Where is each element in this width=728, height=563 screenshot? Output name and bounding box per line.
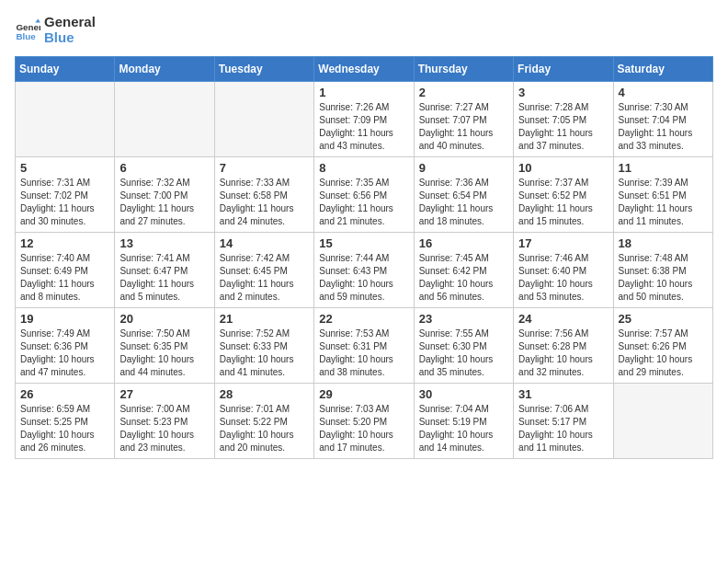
calendar-cell: 26Sunrise: 6:59 AM Sunset: 5:25 PM Dayli…: [16, 384, 115, 459]
day-info: Sunrise: 7:44 AM Sunset: 6:43 PM Dayligh…: [319, 252, 408, 304]
day-number: 7: [220, 161, 309, 175]
day-info: Sunrise: 7:53 AM Sunset: 6:31 PM Dayligh…: [319, 327, 408, 379]
day-number: 30: [419, 387, 508, 401]
calendar-cell: 2Sunrise: 7:27 AM Sunset: 7:07 PM Daylig…: [414, 82, 513, 157]
day-info: Sunrise: 7:06 AM Sunset: 5:17 PM Dayligh…: [518, 403, 608, 454]
day-info: Sunrise: 7:48 AM Sunset: 6:38 PM Dayligh…: [619, 252, 708, 304]
day-info: Sunrise: 7:46 AM Sunset: 6:40 PM Dayligh…: [518, 252, 608, 304]
day-number: 24: [518, 312, 608, 326]
logo: General Blue General Blue: [15, 15, 96, 45]
day-info: Sunrise: 7:45 AM Sunset: 6:42 PM Dayligh…: [419, 252, 508, 304]
calendar-cell: 12Sunrise: 7:40 AM Sunset: 6:49 PM Dayli…: [16, 233, 115, 308]
day-number: 31: [518, 387, 608, 401]
svg-marker-2: [35, 18, 40, 22]
calendar-cell: 15Sunrise: 7:44 AM Sunset: 6:43 PM Dayli…: [314, 233, 414, 308]
day-number: 20: [119, 312, 209, 326]
day-number: 2: [419, 86, 508, 99]
day-number: 27: [119, 387, 209, 401]
day-number: 18: [619, 236, 708, 250]
calendar-cell: 8Sunrise: 7:35 AM Sunset: 6:56 PM Daylig…: [314, 157, 414, 233]
day-number: 26: [20, 387, 109, 401]
day-info: Sunrise: 7:36 AM Sunset: 6:54 PM Dayligh…: [419, 177, 508, 228]
day-info: Sunrise: 7:56 AM Sunset: 6:28 PM Dayligh…: [518, 327, 608, 379]
calendar-cell: 28Sunrise: 7:01 AM Sunset: 5:22 PM Dayli…: [214, 384, 313, 459]
day-number: 9: [419, 161, 508, 175]
calendar-cell: 3Sunrise: 7:28 AM Sunset: 7:05 PM Daylig…: [514, 82, 613, 157]
day-info: Sunrise: 7:39 AM Sunset: 6:51 PM Dayligh…: [619, 177, 708, 228]
calendar-header-row: SundayMondayTuesdayWednesdayThursdayFrid…: [16, 57, 713, 82]
day-header-thursday: Thursday: [414, 57, 513, 82]
day-info: Sunrise: 7:27 AM Sunset: 7:07 PM Dayligh…: [419, 101, 508, 153]
calendar-cell: [16, 82, 115, 157]
calendar-table: SundayMondayTuesdayWednesdayThursdayFrid…: [15, 56, 713, 459]
calendar-cell: 19Sunrise: 7:49 AM Sunset: 6:36 PM Dayli…: [16, 308, 115, 384]
day-header-friday: Friday: [514, 57, 613, 82]
calendar-cell: 23Sunrise: 7:55 AM Sunset: 6:30 PM Dayli…: [414, 308, 513, 384]
day-number: 4: [619, 86, 708, 99]
day-number: 3: [518, 86, 608, 99]
calendar-cell: 16Sunrise: 7:45 AM Sunset: 6:42 PM Dayli…: [414, 233, 513, 308]
logo-general: General: [44, 15, 96, 30]
page-header: General Blue General Blue: [15, 15, 713, 45]
day-header-sunday: Sunday: [16, 57, 115, 82]
day-info: Sunrise: 7:55 AM Sunset: 6:30 PM Dayligh…: [419, 327, 508, 379]
day-number: 5: [20, 161, 109, 175]
calendar-week-4: 19Sunrise: 7:49 AM Sunset: 6:36 PM Dayli…: [16, 308, 713, 384]
day-number: 23: [419, 312, 508, 326]
calendar-cell: 1Sunrise: 7:26 AM Sunset: 7:09 PM Daylig…: [314, 82, 414, 157]
calendar-cell: 31Sunrise: 7:06 AM Sunset: 5:17 PM Dayli…: [514, 384, 613, 459]
calendar-cell: 11Sunrise: 7:39 AM Sunset: 6:51 PM Dayli…: [613, 157, 712, 233]
calendar-cell: 21Sunrise: 7:52 AM Sunset: 6:33 PM Dayli…: [214, 308, 313, 384]
day-info: Sunrise: 7:28 AM Sunset: 7:05 PM Dayligh…: [518, 101, 608, 153]
day-info: Sunrise: 7:49 AM Sunset: 6:36 PM Dayligh…: [20, 327, 109, 379]
day-number: 14: [220, 236, 309, 250]
day-header-monday: Monday: [115, 57, 214, 82]
day-info: Sunrise: 7:32 AM Sunset: 7:00 PM Dayligh…: [119, 177, 209, 228]
calendar-cell: 9Sunrise: 7:36 AM Sunset: 6:54 PM Daylig…: [414, 157, 513, 233]
day-info: Sunrise: 7:26 AM Sunset: 7:09 PM Dayligh…: [319, 101, 408, 153]
calendar-cell: 17Sunrise: 7:46 AM Sunset: 6:40 PM Dayli…: [514, 233, 613, 308]
calendar-cell: 13Sunrise: 7:41 AM Sunset: 6:47 PM Dayli…: [115, 233, 214, 308]
day-header-wednesday: Wednesday: [314, 57, 414, 82]
day-number: 29: [319, 387, 408, 401]
day-number: 22: [319, 312, 408, 326]
calendar-cell: 5Sunrise: 7:31 AM Sunset: 7:02 PM Daylig…: [16, 157, 115, 233]
calendar-cell: 29Sunrise: 7:03 AM Sunset: 5:20 PM Dayli…: [314, 384, 414, 459]
calendar-cell: [613, 384, 712, 459]
calendar-week-5: 26Sunrise: 6:59 AM Sunset: 5:25 PM Dayli…: [16, 384, 713, 459]
calendar-cell: 14Sunrise: 7:42 AM Sunset: 6:45 PM Dayli…: [214, 233, 313, 308]
day-info: Sunrise: 7:37 AM Sunset: 6:52 PM Dayligh…: [518, 177, 608, 228]
calendar-cell: 10Sunrise: 7:37 AM Sunset: 6:52 PM Dayli…: [514, 157, 613, 233]
day-number: 15: [319, 236, 408, 250]
day-number: 13: [119, 236, 209, 250]
day-info: Sunrise: 7:41 AM Sunset: 6:47 PM Dayligh…: [119, 252, 209, 304]
calendar-week-1: 1Sunrise: 7:26 AM Sunset: 7:09 PM Daylig…: [16, 82, 713, 157]
calendar-cell: 7Sunrise: 7:33 AM Sunset: 6:58 PM Daylig…: [214, 157, 313, 233]
day-number: 12: [20, 236, 109, 250]
calendar-cell: 22Sunrise: 7:53 AM Sunset: 6:31 PM Dayli…: [314, 308, 414, 384]
calendar-cell: [115, 82, 214, 157]
day-info: Sunrise: 7:30 AM Sunset: 7:04 PM Dayligh…: [619, 101, 708, 153]
day-number: 16: [419, 236, 508, 250]
day-info: Sunrise: 7:00 AM Sunset: 5:23 PM Dayligh…: [119, 403, 209, 454]
logo-blue: Blue: [44, 30, 96, 46]
day-number: 10: [518, 161, 608, 175]
logo-icon: General Blue: [15, 17, 40, 43]
day-header-saturday: Saturday: [613, 57, 712, 82]
day-info: Sunrise: 7:31 AM Sunset: 7:02 PM Dayligh…: [20, 177, 109, 228]
calendar-cell: 27Sunrise: 7:00 AM Sunset: 5:23 PM Dayli…: [115, 384, 214, 459]
day-info: Sunrise: 6:59 AM Sunset: 5:25 PM Dayligh…: [20, 403, 109, 454]
calendar-week-3: 12Sunrise: 7:40 AM Sunset: 6:49 PM Dayli…: [16, 233, 713, 308]
calendar-cell: 24Sunrise: 7:56 AM Sunset: 6:28 PM Dayli…: [514, 308, 613, 384]
day-info: Sunrise: 7:40 AM Sunset: 6:49 PM Dayligh…: [20, 252, 109, 304]
calendar-cell: 20Sunrise: 7:50 AM Sunset: 6:35 PM Dayli…: [115, 308, 214, 384]
day-info: Sunrise: 7:03 AM Sunset: 5:20 PM Dayligh…: [319, 403, 408, 454]
day-info: Sunrise: 7:52 AM Sunset: 6:33 PM Dayligh…: [220, 327, 309, 379]
calendar-week-2: 5Sunrise: 7:31 AM Sunset: 7:02 PM Daylig…: [16, 157, 713, 233]
day-info: Sunrise: 7:57 AM Sunset: 6:26 PM Dayligh…: [619, 327, 708, 379]
day-info: Sunrise: 7:50 AM Sunset: 6:35 PM Dayligh…: [119, 327, 209, 379]
calendar-cell: 6Sunrise: 7:32 AM Sunset: 7:00 PM Daylig…: [115, 157, 214, 233]
day-header-tuesday: Tuesday: [214, 57, 313, 82]
day-number: 25: [619, 312, 708, 326]
day-number: 8: [319, 161, 408, 175]
